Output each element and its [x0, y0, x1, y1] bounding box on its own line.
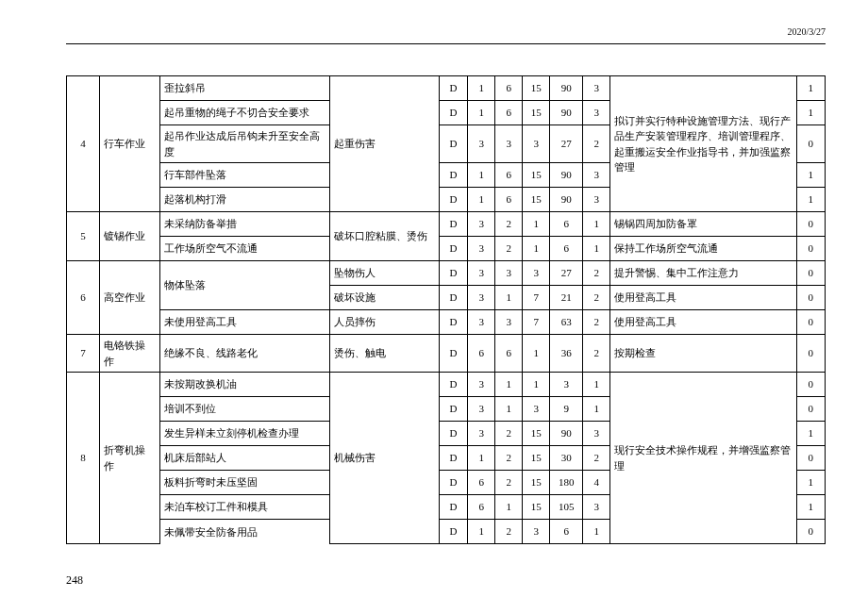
- cell: 3: [468, 261, 495, 286]
- cell: 90: [550, 163, 583, 188]
- cell: 15: [523, 495, 550, 520]
- cell: 15: [523, 76, 550, 101]
- cell: 6: [550, 212, 583, 237]
- cell: 3: [523, 397, 550, 422]
- cell: 7: [523, 310, 550, 335]
- cell: 6: [495, 76, 523, 101]
- hazard: 物体坠落: [159, 261, 329, 310]
- measure: 锡锅四周加防备罩: [610, 212, 797, 237]
- cell: D: [439, 76, 467, 101]
- cell: 2: [495, 471, 523, 495]
- row-number: 6: [67, 261, 100, 335]
- cell: D: [439, 446, 467, 471]
- cell: 30: [550, 446, 583, 471]
- cell: D: [439, 125, 467, 163]
- hazard: 机床后部站人: [159, 446, 329, 471]
- hazard: 起吊重物的绳子不切合安全要求: [159, 101, 329, 125]
- cell: 6: [495, 163, 523, 188]
- cell: 1: [796, 471, 825, 495]
- cell: 3: [583, 101, 610, 125]
- cell: D: [439, 495, 467, 520]
- cell: 0: [796, 397, 825, 422]
- row-number: 5: [67, 212, 100, 261]
- cell: 0: [796, 446, 825, 471]
- cell: 3: [468, 286, 495, 310]
- cell: 1: [796, 163, 825, 188]
- cell: 2: [495, 446, 523, 471]
- cell: D: [439, 101, 467, 125]
- cell: 1: [495, 286, 523, 310]
- cell: 1: [523, 212, 550, 237]
- cell: 1: [583, 373, 610, 397]
- cell: 2: [583, 125, 610, 163]
- cell: 1: [468, 101, 495, 125]
- cell: 6: [468, 495, 495, 520]
- cell: 2: [495, 422, 523, 446]
- cell: 1: [495, 397, 523, 422]
- measure: 提升警惕、集中工作注意力: [610, 261, 797, 286]
- cell: 0: [796, 261, 825, 286]
- operation: 折弯机操作: [99, 373, 159, 544]
- cell: 15: [523, 163, 550, 188]
- cell: 36: [550, 335, 583, 373]
- hazard: 绝缘不良、线路老化: [159, 335, 329, 373]
- cell: 105: [550, 495, 583, 520]
- cell: 1: [468, 520, 495, 544]
- table-row: 工作场所空气不流通 D 3 2 1 6 1 保持工作场所空气流通 0: [67, 237, 826, 261]
- page-number: 248: [66, 573, 83, 588]
- cell: 3: [468, 373, 495, 397]
- cell: 0: [796, 335, 825, 373]
- cell: 3: [495, 310, 523, 335]
- cell: 0: [796, 520, 825, 544]
- cell: 2: [583, 310, 610, 335]
- risk-assessment-table: 4 行车作业 歪拉斜吊 起重伤害 D 1 6 15 90 3 拟订并实行特种设施…: [66, 75, 826, 544]
- cell: 15: [523, 188, 550, 212]
- cell: 1: [796, 495, 825, 520]
- cell: 3: [468, 422, 495, 446]
- harm: 机械伤害: [329, 373, 439, 544]
- hazard: 未按期改换机油: [159, 373, 329, 397]
- cell: 3: [523, 520, 550, 544]
- cell: 1: [523, 373, 550, 397]
- cell: 90: [550, 76, 583, 101]
- cell: 6: [495, 335, 523, 373]
- cell: 63: [550, 310, 583, 335]
- cell: 6: [495, 188, 523, 212]
- cell: 2: [583, 446, 610, 471]
- cell: 3: [468, 397, 495, 422]
- hazard: 起落机构打滑: [159, 188, 329, 212]
- cell: 1: [468, 76, 495, 101]
- cell: D: [439, 261, 467, 286]
- cell: 0: [796, 286, 825, 310]
- cell: 2: [583, 335, 610, 373]
- cell: 2: [495, 520, 523, 544]
- cell: 3: [468, 125, 495, 163]
- measure: 现行安全技术操作规程，并增强监察管理: [610, 373, 797, 544]
- cell: 9: [550, 397, 583, 422]
- cell: 1: [495, 373, 523, 397]
- harm: 起重伤害: [329, 76, 439, 212]
- cell: 3: [468, 310, 495, 335]
- cell: 1: [523, 335, 550, 373]
- cell: 3: [495, 125, 523, 163]
- hazard: 未使用登高工具: [159, 310, 329, 335]
- cell: 1: [523, 237, 550, 261]
- cell: 4: [583, 471, 610, 495]
- cell: 0: [796, 125, 825, 163]
- cell: D: [439, 397, 467, 422]
- cell: 90: [550, 188, 583, 212]
- measure: 使用登高工具: [610, 286, 797, 310]
- cell: 6: [495, 101, 523, 125]
- hazard: 起吊作业达成后吊钩未升至安全高度: [159, 125, 329, 163]
- row-number: 8: [67, 373, 100, 544]
- table-row: 8 折弯机操作 未按期改换机油 机械伤害 D 3 1 1 3 1 现行安全技术操…: [67, 373, 826, 397]
- cell: 3: [468, 237, 495, 261]
- cell: 6: [468, 335, 495, 373]
- row-number: 7: [67, 335, 100, 373]
- measure: 按期检查: [610, 335, 797, 373]
- cell: 1: [796, 101, 825, 125]
- cell: 1: [796, 422, 825, 446]
- cell: D: [439, 188, 467, 212]
- cell: 180: [550, 471, 583, 495]
- cell: 1: [583, 397, 610, 422]
